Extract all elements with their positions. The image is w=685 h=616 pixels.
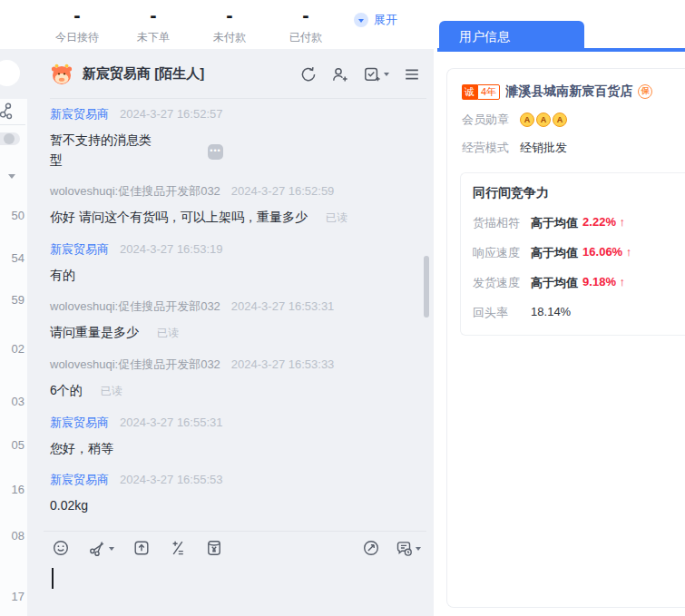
- competitiveness-box: 同行间竞争力 货描相符 高于均值 2.22% ↑ 响应速度 高于均值 16.06…: [460, 172, 685, 336]
- conversation-time[interactable]: 50: [12, 209, 24, 222]
- message-time: 2024-3-27 16:55:53: [120, 473, 222, 486]
- create-task-icon[interactable]: [363, 65, 389, 83]
- store-row: 诚 4年 濉溪县城南新宸百货店 保: [462, 83, 685, 100]
- medal-label: 会员勋章: [462, 112, 520, 128]
- expand-button[interactable]: 展开: [354, 12, 397, 28]
- menu-icon[interactable]: [403, 65, 421, 83]
- caret-down-icon: [416, 547, 421, 553]
- message: 新宸贸易商2024-3-27 16:55:31 您好，稍等: [50, 416, 434, 458]
- message: 新宸贸易商2024-3-27 16:53:19 有的: [50, 243, 434, 285]
- credit-medal-icon: A: [553, 112, 567, 127]
- conversation-time[interactable]: 08: [12, 529, 24, 543]
- stat-today-reception: - 今日接待: [49, 9, 105, 45]
- chat-title: 新宸贸易商 [陌生人]: [83, 65, 204, 83]
- store-name-link[interactable]: 濉溪县城南新宸百货店: [505, 83, 632, 100]
- buyer-avatar-icon[interactable]: [50, 63, 73, 86]
- metric-prefix: 高于均值: [531, 245, 578, 261]
- conversation-time[interactable]: 05: [12, 438, 24, 452]
- conversation-time[interactable]: 59: [12, 293, 24, 307]
- price-adjust-icon[interactable]: [169, 539, 187, 557]
- sender-name: woloveshuqi:促佳搜品开发部032: [50, 357, 220, 371]
- message-time: 2024-3-27 16:55:31: [120, 416, 222, 429]
- main-row: 50 54 59 02 03 05 16 08 17: [0, 49, 435, 616]
- chat-scrollbar[interactable]: [424, 256, 429, 318]
- panel-tabbar: 用户信息: [437, 0, 685, 52]
- business-model-label: 经营模式: [462, 140, 520, 156]
- competitiveness-row: 货描相符 高于均值 2.22% ↑: [473, 215, 685, 231]
- strip-divider: [0, 124, 25, 125]
- metric-value: 18.14%: [531, 305, 571, 321]
- message: 新宸贸易商2024-3-27 16:55:53 0.02kg: [50, 474, 434, 515]
- message: 新宸贸易商2024-3-27 16:52:57 暂不支持的消息类型: [50, 108, 434, 170]
- stat-label: 未下单: [125, 30, 181, 45]
- competitiveness-row: 响应速度 高于均值 16.06% ↑: [473, 245, 685, 261]
- sender-name: 新宸贸易商: [50, 473, 109, 486]
- metric-label: 货描相符: [473, 215, 531, 231]
- forward-icon[interactable]: [362, 539, 380, 557]
- stat-label: 今日接待: [49, 30, 105, 45]
- stat-value: -: [278, 9, 334, 22]
- metric-label: 回头率: [473, 305, 531, 321]
- message: woloveshuqi:促佳搜品开发部0322024-3-27 16:52:59…: [50, 185, 434, 228]
- red-packet-icon[interactable]: [205, 539, 223, 557]
- message-time: 2024-3-27 16:53:33: [231, 357, 334, 371]
- guarantee-shield-icon: 保: [638, 84, 652, 99]
- metric-value: 16.06% ↑: [582, 245, 631, 261]
- sender-name: 新宸贸易商: [50, 416, 109, 429]
- conversation-time[interactable]: 17: [12, 590, 24, 603]
- read-status: 已读: [157, 327, 179, 339]
- tab-user-info[interactable]: 用户信息: [439, 21, 584, 52]
- conversation-time[interactable]: 03: [12, 395, 24, 408]
- composer: [44, 531, 426, 616]
- composer-toolbar: [44, 539, 426, 557]
- stat-no-order: - 未下单: [125, 9, 181, 45]
- conversation-time[interactable]: 54: [12, 251, 24, 265]
- stat-value: -: [49, 9, 105, 22]
- stat-unpaid: - 未付款: [201, 9, 258, 45]
- chat-panel: 新宸贸易商 [陌生人]: [27, 49, 434, 616]
- message: woloveshuqi:促佳搜品开发部0322024-3-27 16:53:33…: [50, 358, 434, 401]
- left-column: - 今日接待 - 未下单 - 未付款 - 已付款 展开: [0, 0, 435, 616]
- add-contact-icon[interactable]: [331, 65, 349, 83]
- qianniu-chat-window: - 今日接待 - 未下单 - 未付款 - 已付款 展开: [0, 0, 685, 616]
- more-icon[interactable]: [208, 144, 223, 160]
- business-model-value: 经销批发: [520, 140, 567, 156]
- filter-caret-icon[interactable]: [8, 174, 15, 182]
- contact-split-icon[interactable]: [0, 102, 18, 120]
- sender-name: woloveshuqi:促佳搜品开发部032: [50, 184, 220, 198]
- reception-stats-bar: - 今日接待 - 未下单 - 未付款 - 已付款 展开: [0, 0, 435, 49]
- metric-value: 9.18% ↑: [582, 275, 625, 291]
- message-text: 你好 请问这个有货吗，可以上架吗，重量多少: [50, 210, 308, 224]
- status-toggle[interactable]: [0, 132, 20, 145]
- toggle-knob: [4, 133, 15, 144]
- conversation-time[interactable]: 02: [12, 342, 24, 356]
- competitiveness-row: 回头率 18.14%: [473, 305, 685, 321]
- medal-icons: A A A: [520, 112, 569, 127]
- screenshot-scissors-icon[interactable]: [88, 539, 114, 557]
- conversation-time[interactable]: 16: [12, 483, 24, 496]
- message-text: 6个的: [50, 383, 83, 397]
- message-list: 新宸贸易商2024-3-27 16:52:57 暂不支持的消息类型 wolove…: [27, 99, 434, 531]
- chat-history-icon[interactable]: [395, 539, 421, 557]
- message-time: 2024-3-27 16:53:19: [120, 242, 222, 256]
- cheng-badge-icon: 诚: [462, 84, 477, 100]
- chat-header: 新宸贸易商 [陌生人]: [27, 49, 434, 99]
- message-text: 请问重量是多少: [50, 325, 139, 339]
- text-cursor: [52, 568, 54, 589]
- business-model-row: 经营模式 经销批发: [462, 140, 685, 156]
- message-input[interactable]: [44, 568, 426, 595]
- read-status: 已读: [101, 385, 122, 397]
- refresh-icon[interactable]: [299, 65, 318, 83]
- competitiveness-row: 发货速度 高于均值 9.18% ↑: [473, 275, 685, 291]
- read-status: 已读: [326, 211, 347, 224]
- emoji-icon[interactable]: [52, 539, 70, 557]
- upload-file-icon[interactable]: [132, 539, 151, 557]
- message-text: 0.02kg: [50, 498, 88, 513]
- caret-down-icon: [109, 547, 114, 553]
- store-info-card: 诚 4年 濉溪县城南新宸百货店 保 会员勋章 A A A 经营模式 经销批发 同…: [446, 68, 685, 608]
- credit-medal-icon: A: [536, 112, 551, 127]
- competitiveness-title: 同行间竞争力: [473, 185, 685, 201]
- message-text: 您好，稍等: [50, 441, 113, 455]
- metric-label: 发货速度: [473, 275, 531, 291]
- chengxintong-badge: 诚 4年: [462, 84, 500, 100]
